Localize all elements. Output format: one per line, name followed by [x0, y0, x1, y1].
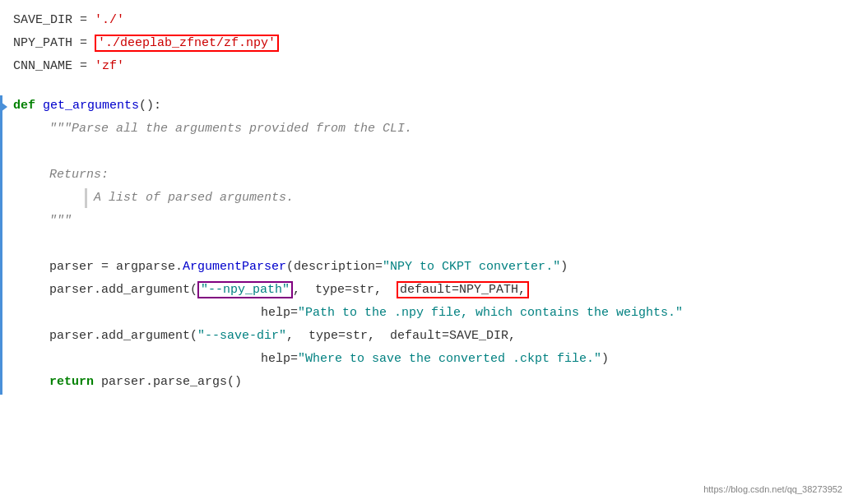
- line-4-content: def get_arguments():: [13, 96, 161, 116]
- default-npy-path: default=NPY_PATH,: [397, 281, 529, 298]
- code-line-1: SAVE_DIR = './': [0, 10, 849, 33]
- code-line-docstring-end: """: [0, 210, 849, 234]
- collapse-arrow[interactable]: [1, 102, 7, 112]
- code-line-add-save-arg: parser.add_argument("--save-dir", type=s…: [0, 326, 849, 349]
- line-13-content: help="Where to save the converted .ckpt …: [261, 349, 609, 369]
- line-6-content: Returns:: [49, 165, 109, 185]
- code-container: SAVE_DIR = './' NPY_PATH = './deeplab_zf…: [0, 0, 849, 504]
- code-line-parser-init: parser = argparse.ArgumentParser(descrip…: [0, 257, 849, 280]
- npy-path-arg: "--npy_path": [197, 281, 293, 298]
- code-line-docstring-start: """Parse all the arguments provided from…: [0, 118, 849, 141]
- line-2-content: NPY_PATH = './deeplab_zfnet/zf.npy': [13, 34, 279, 53]
- code-line-save-help: help="Where to save the converted .ckpt …: [0, 349, 849, 372]
- line-10-content: parser.add_argument("--npy_path", type=s…: [49, 280, 529, 300]
- code-line-returns: Returns:: [0, 164, 849, 187]
- url-bar: https://blog.csdn.net/qq_38273952: [703, 483, 842, 497]
- code-line-3: CNN_NAME = 'zf': [0, 56, 849, 79]
- line-12-content: parser.add_argument("--save-dir", type=s…: [49, 326, 516, 346]
- code-line-add-npy-arg: parser.add_argument("--npy_path", type=s…: [0, 280, 849, 303]
- code-line-def: def get_arguments():: [0, 95, 849, 118]
- code-line-return: return parser.parse_args(): [0, 372, 849, 395]
- line-14-content: return parser.parse_args(): [49, 372, 242, 392]
- docstring-bar: A list of parsed arguments.: [85, 188, 294, 208]
- code-line-returns-desc: A list of parsed arguments.: [0, 187, 849, 210]
- code-line-npy-help: help="Path to the .npy file, which conta…: [0, 303, 849, 326]
- line-5-content: """Parse all the arguments provided from…: [49, 119, 412, 139]
- line-3-content: CNN_NAME = 'zf': [13, 57, 124, 76]
- line-11-content: help="Path to the .npy file, which conta…: [261, 303, 683, 323]
- empty-line-2: [0, 234, 849, 257]
- line-7-content: A list of parsed arguments.: [94, 191, 294, 205]
- url-text: https://blog.csdn.net/qq_38273952: [703, 484, 842, 494]
- line-1-content: SAVE_DIR = './': [13, 11, 124, 30]
- line-9-content: parser = argparse.ArgumentParser(descrip…: [49, 257, 568, 277]
- npy-path-value: './deeplab_zfnet/zf.npy': [95, 35, 279, 52]
- empty-line-docstring: [0, 141, 849, 164]
- code-line-2: NPY_PATH = './deeplab_zfnet/zf.npy': [0, 33, 849, 56]
- line-8-content: """: [49, 211, 72, 231]
- empty-line-1: [0, 79, 849, 95]
